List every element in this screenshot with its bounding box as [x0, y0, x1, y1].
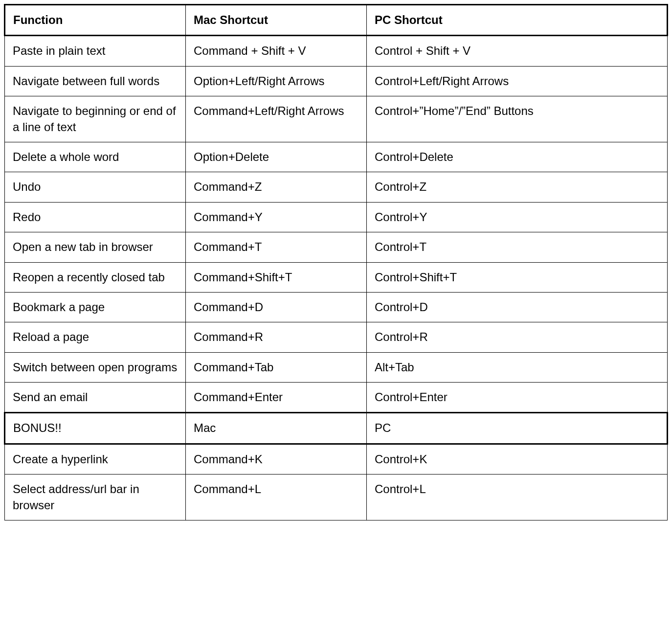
table-row: Select address/url bar in browser Comman… [5, 475, 668, 520]
table-row: Create a hyperlink Command+K Control+K [5, 444, 668, 474]
cell-function: Navigate to beginning or end of a line o… [5, 96, 186, 142]
table-row: Open a new tab in browser Command+T Cont… [5, 232, 668, 262]
cell-mac: Command+K [186, 444, 367, 474]
cell-mac: Option+Left/Right Arrows [186, 66, 367, 96]
cell-pc: Control+Shift+T [367, 262, 668, 292]
cell-function: Reload a page [5, 322, 186, 352]
cell-mac: Command + Shift + V [186, 36, 367, 66]
cell-function: Redo [5, 202, 186, 232]
header-pc: PC Shortcut [367, 5, 668, 36]
table-row: Delete a whole word Option+Delete Contro… [5, 142, 668, 172]
table-row: Undo Command+Z Control+Z [5, 172, 668, 202]
cell-pc: Control+T [367, 232, 668, 262]
cell-function: Create a hyperlink [5, 444, 186, 474]
cell-function: Navigate between full words [5, 66, 186, 96]
cell-pc: Control+Enter [367, 383, 668, 413]
cell-mac: Command+Tab [186, 352, 367, 382]
cell-mac: Command+Y [186, 202, 367, 232]
table-row: Navigate between full words Option+Left/… [5, 66, 668, 96]
cell-function: Bookmark a page [5, 292, 186, 322]
cell-mac: Command+Shift+T [186, 262, 367, 292]
table-row: Switch between open programs Command+Tab… [5, 352, 668, 382]
cell-function: Send an email [5, 383, 186, 413]
table-row: Redo Command+Y Control+Y [5, 202, 668, 232]
cell-pc: Control+D [367, 292, 668, 322]
cell-function: Open a new tab in browser [5, 232, 186, 262]
cell-function: Switch between open programs [5, 352, 186, 382]
cell-pc: Control+”Home”/”End” Buttons [367, 96, 668, 142]
bonus-header-row: BONUS!! Mac PC [5, 413, 668, 444]
cell-mac: Command+Z [186, 172, 367, 202]
table-row: Send an email Command+Enter Control+Ente… [5, 383, 668, 413]
table-body: Function Mac Shortcut PC Shortcut Paste … [5, 5, 668, 520]
cell-mac: Command+R [186, 322, 367, 352]
header-mac: Mac Shortcut [186, 5, 367, 36]
bonus-header-mac: Mac [186, 413, 367, 444]
cell-mac: Command+T [186, 232, 367, 262]
cell-pc: Control + Shift + V [367, 36, 668, 66]
table-header-row: Function Mac Shortcut PC Shortcut [5, 5, 668, 36]
cell-mac: Option+Delete [186, 142, 367, 172]
cell-pc: Control+Y [367, 202, 668, 232]
cell-mac: Command+L [186, 475, 367, 520]
cell-pc: Alt+Tab [367, 352, 668, 382]
bonus-header-pc: PC [367, 413, 668, 444]
cell-function: Undo [5, 172, 186, 202]
cell-function: Paste in plain text [5, 36, 186, 66]
table-row: Reopen a recently closed tab Command+Shi… [5, 262, 668, 292]
table-row: Bookmark a page Command+D Control+D [5, 292, 668, 322]
table-row: Navigate to beginning or end of a line o… [5, 96, 668, 142]
cell-pc: Control+Z [367, 172, 668, 202]
cell-function: Select address/url bar in browser [5, 475, 186, 520]
cell-function: Delete a whole word [5, 142, 186, 172]
cell-pc: Control+K [367, 444, 668, 474]
table-row: Paste in plain text Command + Shift + V … [5, 36, 668, 66]
shortcuts-table: Function Mac Shortcut PC Shortcut Paste … [4, 4, 668, 520]
bonus-header-function: BONUS!! [5, 413, 186, 444]
cell-mac: Command+Enter [186, 383, 367, 413]
cell-pc: Control+Delete [367, 142, 668, 172]
cell-pc: Control+Left/Right Arrows [367, 66, 668, 96]
cell-pc: Control+R [367, 322, 668, 352]
cell-pc: Control+L [367, 475, 668, 520]
cell-mac: Command+Left/Right Arrows [186, 96, 367, 142]
cell-function: Reopen a recently closed tab [5, 262, 186, 292]
table-row: Reload a page Command+R Control+R [5, 322, 668, 352]
header-function: Function [5, 5, 186, 36]
cell-mac: Command+D [186, 292, 367, 322]
